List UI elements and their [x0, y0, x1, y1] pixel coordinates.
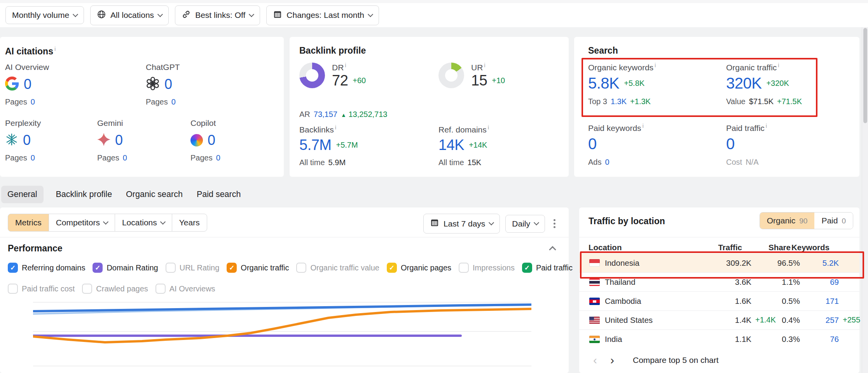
tab-organic-search[interactable]: Organic search — [124, 186, 184, 203]
metric-checkbox-url-rating[interactable]: URL Rating — [166, 263, 220, 273]
tab-backlink-profile[interactable]: Backlink profile — [54, 186, 114, 203]
ai-overview-pages-link[interactable]: 0 — [31, 98, 35, 106]
info-icon[interactable]: i — [643, 122, 644, 129]
metric-checkbox-ai-overviews[interactable]: AI Overviews — [155, 284, 215, 294]
metric-checkbox-domain-rating[interactable]: ✓Domain Rating — [93, 263, 158, 273]
metric-checkbox-crawled-pages[interactable]: Crawled pages — [82, 284, 148, 294]
performance-card: Metrics Competitors Locations Years Last… — [0, 207, 569, 373]
compare-top5-button[interactable]: Compare top 5 on chart — [633, 356, 719, 365]
chevron-down-icon — [249, 11, 254, 17]
tab-general[interactable]: General — [1, 186, 44, 203]
chevron-down-icon — [368, 11, 373, 17]
pager-prev-icon[interactable]: ‹ — [593, 354, 597, 366]
page-scrollbar-track[interactable] — [862, 27, 868, 373]
locations-segment[interactable]: Locations — [115, 214, 172, 232]
calendar-icon — [273, 10, 282, 21]
engine-perplexity: Perplexity 0 Pages0 — [5, 119, 94, 162]
perplexity-pages-link[interactable]: 0 — [31, 153, 35, 162]
top3-value-link[interactable]: 1.3K — [611, 97, 627, 106]
divider — [579, 237, 859, 237]
engine-ai-overview: AI Overview 0 Pages0 — [5, 63, 94, 106]
collapse-chevron-up-icon[interactable] — [549, 246, 556, 253]
info-icon[interactable]: i — [655, 62, 656, 68]
ar-value-link[interactable]: 73,157 — [314, 110, 337, 119]
traffic-by-location-title: Traffic by location — [589, 216, 665, 227]
united-states-flag-icon — [589, 317, 600, 324]
years-segment[interactable]: Years — [172, 214, 207, 232]
ai-overview-count[interactable]: 0 — [24, 76, 31, 92]
chatgpt-icon — [146, 77, 160, 92]
checkbox-checked-icon: ✓ — [8, 263, 18, 273]
info-icon[interactable]: i — [54, 45, 56, 52]
indonesia-flag-icon — [589, 259, 600, 267]
monthly-volume-label: Monthly volume — [12, 10, 69, 20]
thailand-keywords-link[interactable]: 69 — [830, 277, 839, 286]
performance-heading: Performance — [8, 243, 63, 254]
monthly-volume-dropdown[interactable]: Monthly volume — [5, 6, 84, 24]
metrics-segment[interactable]: Metrics — [8, 214, 49, 232]
info-icon[interactable]: i — [778, 62, 779, 68]
ur-delta: +10 — [492, 76, 505, 85]
tab-paid-search[interactable]: Paid search — [195, 186, 243, 203]
info-icon[interactable]: i — [484, 62, 485, 68]
backlinks-value-link[interactable]: 5.7M — [299, 137, 331, 153]
gemini-count[interactable]: 0 — [115, 132, 123, 148]
traffic-value: $71.5K — [749, 97, 774, 106]
metric-checkbox-organic-pages[interactable]: ✓Organic pages — [387, 263, 451, 273]
metric-checkbox-paid-traffic-cost[interactable]: Paid traffic cost — [8, 284, 75, 294]
paid-traffic-value-link[interactable]: 0 — [726, 135, 735, 153]
toggle-paid[interactable]: Paid 0 — [814, 213, 853, 229]
metric-checkbox-impressions[interactable]: Impressions — [459, 263, 515, 273]
date-range-label: Last 7 days — [444, 219, 485, 228]
table-row-india[interactable]: India 1.1K 0.3% 76 — [579, 329, 859, 349]
granularity-label: Daily — [512, 219, 530, 228]
all-locations-label: All locations — [110, 10, 154, 20]
india-keywords-link[interactable]: 76 — [830, 335, 839, 343]
metric-checkbox-row-1: ✓Referring domains✓Domain RatingURL Rati… — [8, 263, 573, 273]
info-icon[interactable]: i — [766, 122, 767, 129]
metric-checkbox-referring-domains[interactable]: ✓Referring domains — [8, 263, 85, 273]
best-links-dropdown[interactable]: Best links: Off — [175, 5, 260, 25]
gemini-pages-link[interactable]: 0 — [123, 153, 127, 162]
ref-domains-value-link[interactable]: 14K — [438, 137, 464, 153]
table-row-thailand[interactable]: Thailand 3.6K 1.1% 69 — [579, 272, 859, 291]
organic-traffic-value-link[interactable]: 320K — [726, 75, 761, 92]
us-keywords-link[interactable]: 257 — [826, 315, 839, 324]
competitors-segment[interactable]: Competitors — [49, 214, 115, 232]
chatgpt-count[interactable]: 0 — [164, 76, 172, 92]
page-scrollbar-thumb[interactable] — [863, 28, 867, 123]
ads-value-link[interactable]: 0 — [605, 158, 609, 167]
search-title: Search — [588, 45, 618, 56]
changes-dropdown[interactable]: Changes: Last month — [266, 5, 379, 25]
table-row-cambodia[interactable]: Cambodia 1.6K 0.5% 171 — [579, 291, 859, 310]
chatgpt-pages-link[interactable]: 0 — [171, 98, 176, 106]
backlinks-delta: +5.7M — [336, 141, 358, 150]
organic-keywords-block: Organic keywordsi 5.8K+5.8K Top 31.3K+1.… — [588, 62, 656, 106]
copilot-pages-link[interactable]: 0 — [216, 153, 220, 162]
india-flag-icon — [589, 336, 600, 343]
metric-checkbox-organic-traffic-value[interactable]: Organic traffic value — [296, 263, 379, 273]
link-icon — [182, 10, 191, 21]
info-icon[interactable]: i — [488, 124, 489, 131]
best-links-label: Best links: Off — [195, 10, 245, 20]
info-icon[interactable]: i — [335, 124, 336, 131]
more-options-kebab-icon[interactable] — [550, 216, 559, 231]
organic-keywords-value-link[interactable]: 5.8K — [588, 75, 619, 92]
all-locations-dropdown[interactable]: All locations — [90, 5, 169, 25]
table-row-indonesia[interactable]: Indonesia 309.2K 96.5% 5.2K — [579, 253, 859, 272]
toggle-organic[interactable]: Organic 90 — [760, 213, 815, 229]
paid-keywords-value-link[interactable]: 0 — [588, 135, 597, 153]
granularity-dropdown[interactable]: Daily — [505, 215, 545, 233]
cambodia-keywords-link[interactable]: 171 — [826, 296, 839, 305]
top-filter-toolbar: Monthly volume All locations Best links:… — [0, 3, 868, 27]
cost-value: N/A — [746, 158, 758, 167]
table-row-united-states[interactable]: United States 1.4K+1.4K 0.4% 257+255 — [579, 310, 859, 329]
perplexity-count[interactable]: 0 — [23, 132, 31, 148]
pager-next-icon[interactable]: › — [610, 354, 614, 366]
info-icon[interactable]: i — [345, 62, 346, 68]
metric-checkbox-organic-traffic[interactable]: ✓Organic traffic — [227, 263, 289, 273]
indonesia-keywords-link[interactable]: 5.2K — [823, 258, 839, 267]
metric-checkbox-paid-traffic[interactable]: ✓Paid traffic — [522, 263, 573, 273]
copilot-count[interactable]: 0 — [208, 132, 215, 148]
date-range-dropdown[interactable]: Last 7 days — [423, 214, 500, 234]
